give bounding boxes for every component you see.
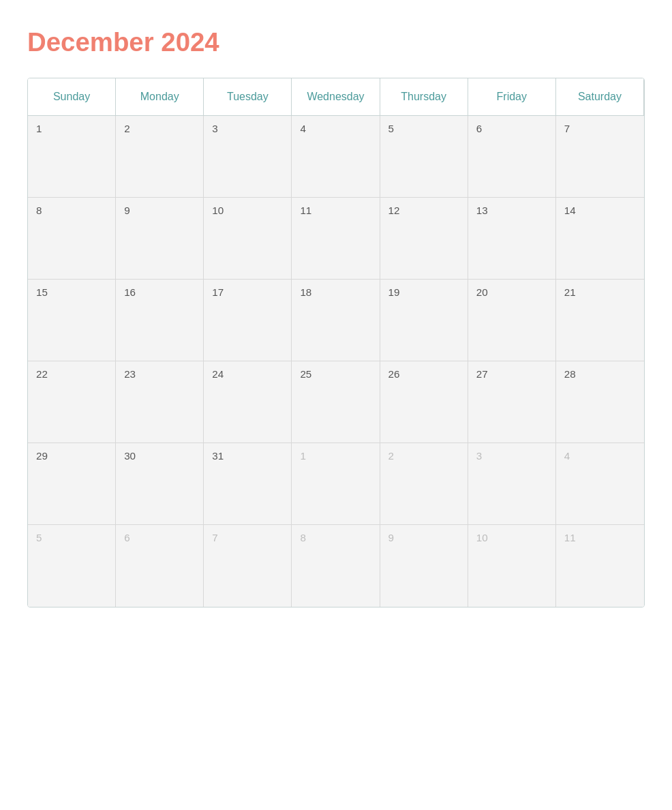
- day-number: 26: [388, 368, 400, 380]
- calendar-day-cell[interactable]: 21: [556, 280, 644, 361]
- day-number: 19: [388, 286, 400, 298]
- calendar-day-cell[interactable]: 16: [116, 280, 204, 361]
- calendar-day-cell[interactable]: 26: [380, 361, 468, 443]
- day-number: 6: [124, 532, 129, 543]
- calendar-day-cell[interactable]: 17: [204, 280, 292, 361]
- day-number: 13: [476, 205, 488, 216]
- day-number: 20: [476, 286, 488, 298]
- day-number: 21: [564, 286, 576, 298]
- calendar-day-cell[interactable]: 15: [28, 280, 116, 361]
- calendar-day-cell[interactable]: 2: [380, 443, 468, 525]
- day-number: 2: [124, 123, 129, 134]
- calendar-day-cell[interactable]: 5: [28, 525, 116, 607]
- calendar-day-cell[interactable]: 4: [556, 443, 644, 525]
- calendar: SundayMondayTuesdayWednesdayThursdayFrid…: [27, 78, 645, 608]
- day-number: 4: [564, 450, 570, 462]
- day-number: 1: [300, 450, 305, 462]
- calendar-day-cell[interactable]: 8: [28, 198, 116, 280]
- calendar-day-cell[interactable]: 1: [292, 443, 380, 525]
- calendar-day-cell[interactable]: 3: [204, 116, 292, 198]
- day-number: 8: [300, 532, 305, 543]
- calendar-day-cell[interactable]: 5: [380, 116, 468, 198]
- day-number: 17: [212, 286, 224, 298]
- calendar-day-cell[interactable]: 31: [204, 443, 292, 525]
- calendar-day-cell[interactable]: 20: [468, 280, 556, 361]
- calendar-day-cell[interactable]: 14: [556, 198, 644, 280]
- day-number: 3: [476, 450, 482, 462]
- day-number: 16: [124, 286, 136, 298]
- calendar-day-cell[interactable]: 6: [468, 116, 556, 198]
- calendar-day-cell[interactable]: 11: [556, 525, 644, 607]
- header-thursday: Thursday: [380, 78, 468, 116]
- day-number: 10: [476, 532, 488, 543]
- day-number: 5: [36, 532, 42, 543]
- header-monday: Monday: [116, 78, 204, 116]
- calendar-day-cell[interactable]: 1: [28, 116, 116, 198]
- calendar-day-cell[interactable]: 6: [116, 525, 204, 607]
- calendar-day-cell[interactable]: 19: [380, 280, 468, 361]
- day-number: 15: [36, 286, 48, 298]
- day-number: 25: [300, 368, 311, 380]
- calendar-day-cell[interactable]: 27: [468, 361, 556, 443]
- day-number: 2: [388, 450, 394, 462]
- day-number: 4: [300, 123, 305, 134]
- calendar-day-cell[interactable]: 8: [292, 525, 380, 607]
- day-number: 12: [388, 205, 400, 216]
- calendar-day-cell[interactable]: 2: [116, 116, 204, 198]
- day-number: 29: [36, 450, 48, 462]
- day-number: 6: [476, 123, 482, 134]
- calendar-day-cell[interactable]: 4: [292, 116, 380, 198]
- day-number: 22: [36, 368, 48, 380]
- calendar-day-cell[interactable]: 13: [468, 198, 556, 280]
- day-number: 9: [388, 532, 394, 543]
- calendar-day-cell[interactable]: 22: [28, 361, 116, 443]
- calendar-day-cell[interactable]: 25: [292, 361, 380, 443]
- header-friday: Friday: [468, 78, 556, 116]
- header-sunday: Sunday: [28, 78, 116, 116]
- day-number: 1: [36, 123, 42, 134]
- day-number: 30: [124, 450, 136, 462]
- calendar-day-cell[interactable]: 12: [380, 198, 468, 280]
- day-number: 31: [212, 450, 224, 462]
- day-number: 11: [564, 532, 576, 543]
- calendar-day-cell[interactable]: 10: [204, 198, 292, 280]
- day-number: 11: [300, 205, 311, 216]
- calendar-grid: SundayMondayTuesdayWednesdayThursdayFrid…: [28, 78, 644, 607]
- day-number: 28: [564, 368, 576, 380]
- day-number: 5: [388, 123, 394, 134]
- day-number: 8: [36, 205, 42, 216]
- header-wednesday: Wednesday: [292, 78, 380, 116]
- day-number: 9: [124, 205, 129, 216]
- calendar-day-cell[interactable]: 28: [556, 361, 644, 443]
- header-tuesday: Tuesday: [204, 78, 292, 116]
- calendar-day-cell[interactable]: 9: [380, 525, 468, 607]
- calendar-day-cell[interactable]: 7: [204, 525, 292, 607]
- day-number: 3: [212, 123, 217, 134]
- calendar-day-cell[interactable]: 24: [204, 361, 292, 443]
- day-number: 7: [212, 532, 217, 543]
- calendar-day-cell[interactable]: 18: [292, 280, 380, 361]
- calendar-day-cell[interactable]: 9: [116, 198, 204, 280]
- calendar-day-cell[interactable]: 10: [468, 525, 556, 607]
- day-number: 14: [564, 205, 576, 216]
- day-number: 27: [476, 368, 488, 380]
- day-number: 7: [564, 123, 570, 134]
- calendar-day-cell[interactable]: 30: [116, 443, 204, 525]
- header-saturday: Saturday: [556, 78, 644, 116]
- calendar-day-cell[interactable]: 7: [556, 116, 644, 198]
- page-title: December 2024: [27, 27, 645, 57]
- calendar-day-cell[interactable]: 23: [116, 361, 204, 443]
- day-number: 23: [124, 368, 136, 380]
- day-number: 18: [300, 286, 311, 298]
- day-number: 24: [212, 368, 224, 380]
- calendar-day-cell[interactable]: 11: [292, 198, 380, 280]
- day-number: 10: [212, 205, 224, 216]
- calendar-day-cell[interactable]: 3: [468, 443, 556, 525]
- calendar-day-cell[interactable]: 29: [28, 443, 116, 525]
